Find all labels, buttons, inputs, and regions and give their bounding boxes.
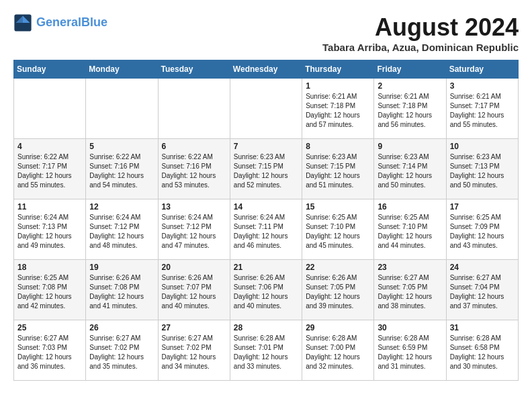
calendar-cell [86, 79, 158, 139]
logo-line2: Blue [81, 15, 107, 29]
day-number: 3 [450, 81, 515, 91]
cell-content: Sunrise: 6:26 AMSunset: 7:07 PMDaylight:… [162, 273, 226, 311]
day-number: 11 [17, 202, 82, 212]
cell-line: Daylight: 12 hours [234, 232, 298, 241]
cell-content: Sunrise: 6:23 AMSunset: 7:15 PMDaylight:… [234, 152, 298, 190]
cell-line: and 31 minutes. [378, 362, 442, 371]
cell-line: Sunrise: 6:27 AM [89, 334, 154, 343]
day-number: 19 [89, 263, 154, 272]
cell-line: Sunset: 7:17 PM [17, 162, 82, 171]
cell-line: Sunset: 7:11 PM [234, 222, 298, 232]
calendar-cell: 13Sunrise: 6:24 AMSunset: 7:12 PMDayligh… [158, 199, 230, 260]
cell-line: Daylight: 12 hours [89, 232, 154, 241]
day-number: 14 [234, 202, 298, 212]
cell-line: Daylight: 12 hours [162, 232, 226, 241]
day-number: 17 [450, 202, 515, 212]
cell-content: Sunrise: 6:23 AMSunset: 7:13 PMDaylight:… [450, 152, 515, 190]
calendar-week-1: 1Sunrise: 6:21 AMSunset: 7:18 PMDaylight… [14, 79, 519, 139]
calendar-cell [158, 79, 230, 139]
day-number: 7 [234, 142, 298, 151]
cell-line: Sunrise: 6:28 AM [378, 334, 442, 343]
cell-content: Sunrise: 6:22 AMSunset: 7:17 PMDaylight:… [17, 152, 82, 190]
day-number: 5 [89, 142, 154, 151]
day-number: 28 [234, 323, 298, 332]
cell-line: and 51 minutes. [306, 181, 370, 190]
day-number: 10 [450, 142, 515, 151]
cell-line: Sunrise: 6:22 AM [162, 152, 226, 162]
cell-line: Sunrise: 6:23 AM [378, 152, 442, 162]
cell-content: Sunrise: 6:21 AMSunset: 7:18 PMDaylight:… [378, 92, 442, 130]
cell-content: Sunrise: 6:23 AMSunset: 7:14 PMDaylight:… [378, 152, 442, 190]
cell-line: Sunset: 7:14 PM [378, 162, 442, 171]
calendar-cell: 16Sunrise: 6:25 AMSunset: 7:10 PMDayligh… [374, 199, 446, 260]
cell-line: Sunrise: 6:28 AM [306, 334, 370, 343]
cell-content: Sunrise: 6:24 AMSunset: 7:11 PMDaylight:… [234, 213, 298, 250]
header-cell-wednesday: Wednesday [230, 60, 302, 79]
cell-line: Sunrise: 6:26 AM [306, 273, 370, 283]
calendar-cell: 27Sunrise: 6:27 AMSunset: 7:02 PMDayligh… [158, 320, 230, 381]
cell-line: Sunset: 7:00 PM [306, 343, 370, 353]
cell-line: Sunrise: 6:27 AM [162, 334, 226, 343]
cell-line: Sunrise: 6:24 AM [17, 213, 82, 222]
calendar-cell: 8Sunrise: 6:23 AMSunset: 7:15 PMDaylight… [302, 139, 374, 199]
calendar-cell: 18Sunrise: 6:25 AMSunset: 7:08 PMDayligh… [14, 260, 86, 320]
cell-content: Sunrise: 6:27 AMSunset: 7:02 PMDaylight:… [162, 334, 226, 371]
calendar-cell: 17Sunrise: 6:25 AMSunset: 7:09 PMDayligh… [446, 199, 518, 260]
cell-line: Daylight: 12 hours [450, 292, 515, 302]
cell-line: and 46 minutes. [234, 241, 298, 250]
cell-line: Sunrise: 6:27 AM [450, 273, 515, 283]
cell-line: Daylight: 12 hours [378, 232, 442, 241]
cell-line: Sunrise: 6:28 AM [450, 334, 515, 343]
cell-line: Sunrise: 6:25 AM [17, 273, 82, 283]
calendar-cell: 21Sunrise: 6:26 AMSunset: 7:06 PMDayligh… [230, 260, 302, 320]
cell-line: Daylight: 12 hours [89, 292, 154, 302]
cell-line: Daylight: 12 hours [306, 353, 370, 362]
day-number: 16 [378, 202, 442, 212]
cell-line: Sunset: 7:12 PM [162, 222, 226, 232]
cell-line: Sunrise: 6:25 AM [450, 213, 515, 222]
calendar-header: SundayMondayTuesdayWednesdayThursdayFrid… [14, 60, 519, 79]
cell-line: Sunrise: 6:26 AM [89, 273, 154, 283]
cell-line: Sunrise: 6:25 AM [306, 213, 370, 222]
cell-line: and 53 minutes. [162, 181, 226, 190]
cell-line: Daylight: 12 hours [450, 171, 515, 181]
day-number: 27 [162, 323, 226, 332]
cell-line: Sunset: 6:59 PM [378, 343, 442, 353]
cell-line: and 43 minutes. [450, 241, 515, 250]
cell-line: Sunrise: 6:23 AM [450, 152, 515, 162]
cell-line: Daylight: 12 hours [162, 171, 226, 181]
cell-line: and 40 minutes. [234, 302, 298, 311]
cell-line: Sunrise: 6:25 AM [378, 213, 442, 222]
cell-line: and 37 minutes. [450, 302, 515, 311]
title-block: August 2024 Tabara Arriba, Azua, Dominic… [322, 13, 519, 53]
cell-line: and 42 minutes. [17, 302, 82, 311]
day-number: 22 [306, 263, 370, 272]
calendar-cell: 23Sunrise: 6:27 AMSunset: 7:05 PMDayligh… [374, 260, 446, 320]
calendar-cell: 5Sunrise: 6:22 AMSunset: 7:16 PMDaylight… [86, 139, 158, 199]
calendar-cell: 7Sunrise: 6:23 AMSunset: 7:15 PMDaylight… [230, 139, 302, 199]
cell-line: Sunset: 7:16 PM [89, 162, 154, 171]
cell-line: Daylight: 12 hours [162, 353, 226, 362]
cell-line: and 34 minutes. [162, 362, 226, 371]
cell-line: Daylight: 12 hours [234, 171, 298, 181]
cell-line: Sunset: 7:15 PM [306, 162, 370, 171]
calendar-cell: 25Sunrise: 6:27 AMSunset: 7:03 PMDayligh… [14, 320, 86, 381]
calendar-cell: 26Sunrise: 6:27 AMSunset: 7:02 PMDayligh… [86, 320, 158, 381]
day-number: 30 [378, 323, 442, 332]
calendar-cell: 30Sunrise: 6:28 AMSunset: 6:59 PMDayligh… [374, 320, 446, 381]
cell-content: Sunrise: 6:23 AMSunset: 7:15 PMDaylight:… [306, 152, 370, 190]
day-number: 15 [306, 202, 370, 212]
cell-line: Sunrise: 6:23 AM [234, 152, 298, 162]
calendar-cell: 29Sunrise: 6:28 AMSunset: 7:00 PMDayligh… [302, 320, 374, 381]
calendar-cell: 31Sunrise: 6:28 AMSunset: 6:58 PMDayligh… [446, 320, 518, 381]
calendar-cell: 19Sunrise: 6:26 AMSunset: 7:08 PMDayligh… [86, 260, 158, 320]
calendar-cell: 9Sunrise: 6:23 AMSunset: 7:14 PMDaylight… [374, 139, 446, 199]
calendar-cell: 14Sunrise: 6:24 AMSunset: 7:11 PMDayligh… [230, 199, 302, 260]
cell-content: Sunrise: 6:24 AMSunset: 7:12 PMDaylight:… [89, 213, 154, 250]
cell-line: Sunrise: 6:21 AM [306, 92, 370, 101]
cell-line: Daylight: 12 hours [378, 292, 442, 302]
cell-line: and 33 minutes. [234, 362, 298, 371]
cell-line: and 35 minutes. [89, 362, 154, 371]
cell-line: Sunset: 7:09 PM [450, 222, 515, 232]
cell-line: Sunset: 7:07 PM [162, 283, 226, 292]
